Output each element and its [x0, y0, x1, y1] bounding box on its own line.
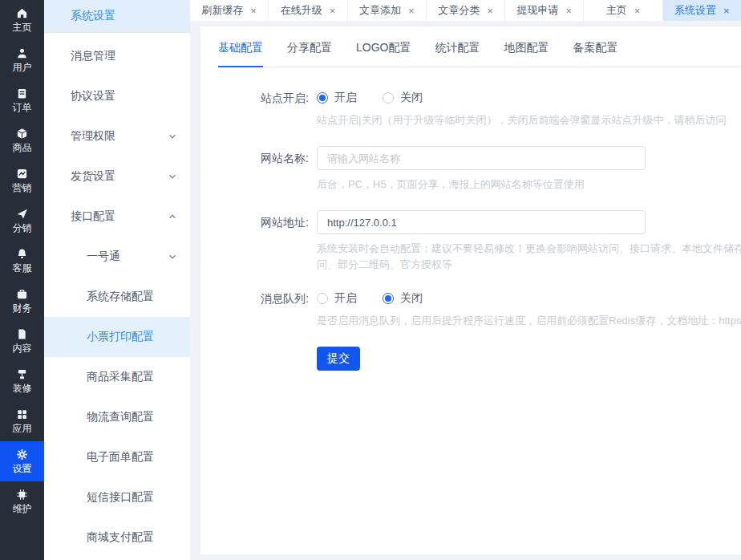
radio-option-关闭[interactable]: 关闭 [383, 91, 423, 105]
site-name-help: 后台，PC，H5，页面分享，海报上的网站名称等位置使用 [317, 177, 741, 193]
config-tab-map[interactable]: 地图配置 [504, 41, 549, 67]
page-tab-article-add[interactable]: 文章添加× [348, 0, 427, 21]
submenu-item-agreement-settings[interactable]: 协议设置 [44, 76, 190, 116]
submenu-item-label: 物流查询配置 [87, 410, 154, 424]
sidebar-item-apps[interactable]: 应用 [0, 401, 44, 441]
order-icon [16, 87, 28, 99]
close-icon[interactable]: × [634, 6, 641, 16]
config-tab-share[interactable]: 分享配置 [287, 41, 332, 67]
sidebar-item-label: 装修 [13, 383, 32, 394]
submit-row: 提交 [218, 347, 741, 371]
submenu-item-admin-permission[interactable]: 管理权限 [44, 116, 190, 156]
site-name-row: 网站名称: 后台，PC，H5，页面分享，海报上的网站名称等位置使用 [218, 146, 741, 193]
chevron-down-icon [168, 132, 177, 141]
site-name-input[interactable] [317, 146, 646, 170]
sidebar-item-goods[interactable]: 商品 [0, 120, 44, 160]
site-open-radio-group: 开启关闭 [317, 90, 741, 106]
radio-option-label: 关闭 [400, 91, 423, 105]
dark-sidebar: 主页用户订单商品营销分销客服财务内容装修应用设置维护 [0, 0, 44, 560]
sidebar-item-decoration[interactable]: 装修 [0, 361, 44, 401]
site-url-input[interactable] [317, 210, 646, 234]
config-tabs: 基础配置分享配置LOGO配置统计配置地图配置备案配置 [218, 41, 741, 67]
site-url-row: 网站地址: 系统安装时会自动配置；建议不要轻易修改！更换会影响网站访问、接口请求… [218, 210, 741, 273]
submenu-item-label: 系统存储配置 [87, 290, 154, 304]
config-tab-basic[interactable]: 基础配置 [218, 41, 263, 67]
config-tab-label: 备案配置 [573, 41, 618, 54]
submenu-item-api-config[interactable]: 接口配置 [44, 197, 190, 237]
submenu-item-storage-config[interactable]: 系统存储配置 [44, 277, 190, 317]
message-queue-radio-group: 开启关闭 [317, 290, 741, 306]
submenu-item-label: 系统设置 [71, 9, 115, 23]
chip-icon [16, 489, 28, 501]
page-tab-system-settings[interactable]: 系统设置× [663, 0, 741, 21]
close-icon[interactable]: × [330, 6, 336, 16]
close-icon[interactable]: × [487, 6, 493, 16]
radio-option-开启[interactable]: 开启 [317, 291, 357, 306]
page-tab-label: 文章分类 [438, 3, 480, 18]
home-icon [16, 7, 28, 19]
submenu-item-electronic-sheet-config[interactable]: 电子面单配置 [44, 437, 190, 477]
page-tab-refresh-cache[interactable]: 刷新缓存× [190, 0, 269, 21]
page-tab-label: 提现申请 [516, 3, 558, 18]
message-queue-row: 消息队列: 开启关闭 是否启用消息队列，启用后提升程序运行速度，启用前必须配置R… [218, 290, 741, 329]
config-tab-label: 统计配置 [435, 41, 480, 54]
message-queue-label: 消息队列: [218, 290, 309, 329]
page-tab-online-upgrade[interactable]: 在线升级× [269, 0, 347, 21]
document-icon [16, 328, 28, 340]
sidebar-item-home[interactable]: 主页 [0, 0, 44, 40]
main-area: 刷新缓存×在线升级×文章添加×文章分类×提现申请×主页×系统设置× 基础配置分享… [190, 0, 741, 560]
submit-button[interactable]: 提交 [317, 347, 360, 371]
submenu-item-label: 小票打印配置 [87, 330, 154, 344]
submenu-item-mall-pay-config[interactable]: 商城支付配置 [44, 517, 190, 558]
sidebar-item-users[interactable]: 用户 [0, 40, 44, 80]
submenu-item-yihaotong[interactable]: 一号通 [44, 237, 190, 277]
submenu-item-label: 短信接口配置 [87, 490, 154, 505]
config-tab-icp[interactable]: 备案配置 [573, 41, 618, 67]
page-tab-article-category[interactable]: 文章分类× [427, 0, 505, 21]
page-tab-withdraw-apply[interactable]: 提现申请× [505, 0, 584, 21]
submenu-item-label: 管理权限 [71, 129, 115, 144]
sidebar-item-finance[interactable]: 财务 [0, 281, 44, 321]
sidebar-item-label: 客服 [13, 262, 32, 274]
marketing-chart-icon [16, 168, 28, 180]
sidebar-item-label: 用户 [13, 62, 32, 73]
radio-unchecked-icon [383, 92, 394, 103]
sidebar-item-label: 内容 [13, 343, 32, 354]
sidebar-item-service[interactable]: 客服 [0, 241, 44, 281]
sidebar-item-distribution[interactable]: 分销 [0, 201, 44, 241]
submenu-item-receipt-print-config[interactable]: 小票打印配置 [44, 317, 190, 357]
config-tab-statistics[interactable]: 统计配置 [435, 41, 480, 67]
submenu-item-label: 协议设置 [71, 89, 115, 103]
page-tab-label: 主页 [606, 3, 627, 18]
briefcase-icon [16, 288, 28, 300]
goods-icon [16, 128, 28, 140]
sidebar-item-maintenance[interactable]: 维护 [0, 481, 44, 521]
close-icon[interactable]: × [250, 6, 257, 16]
radio-option-开启[interactable]: 开启 [317, 91, 357, 105]
sidebar-item-settings[interactable]: 设置 [0, 441, 44, 481]
submenu-item-logistics-query-config[interactable]: 物流查询配置 [44, 397, 190, 437]
sidebar-item-content[interactable]: 内容 [0, 321, 44, 361]
radio-option-label: 开启 [334, 291, 357, 306]
close-icon[interactable]: × [408, 6, 415, 16]
radio-option-label: 开启 [334, 91, 357, 105]
grid-icon [16, 408, 28, 420]
config-tab-logo[interactable]: LOGO配置 [356, 41, 411, 67]
page-tab-home[interactable]: 主页× [584, 0, 662, 21]
sidebar-item-label: 订单 [13, 102, 32, 113]
submenu-item-message-manage[interactable]: 消息管理 [44, 36, 190, 76]
sidebar-item-label: 商品 [13, 142, 32, 153]
close-icon[interactable]: × [723, 6, 730, 16]
close-icon[interactable]: × [565, 6, 572, 16]
submenu-item-system-settings[interactable]: 系统设置 [44, 0, 190, 32]
sidebar-item-marketing[interactable]: 营销 [0, 160, 44, 201]
submenu-item-delivery-settings[interactable]: 发货设置 [44, 156, 190, 197]
submenu-item-goods-collect-config[interactable]: 商品采集配置 [44, 357, 190, 397]
sidebar-item-orders[interactable]: 订单 [0, 80, 44, 120]
site-open-help: 站点开启|关闭（用于升级等临时关闭），关闭后前端会弹窗显示站点升级中，请稍后访问 [317, 112, 741, 128]
radio-option-关闭[interactable]: 关闭 [383, 291, 423, 306]
sidebar-item-label: 分销 [13, 222, 32, 233]
submenu-item-sms-api-config[interactable]: 短信接口配置 [44, 477, 190, 517]
radio-unchecked-icon [317, 293, 328, 304]
settings-card: 基础配置分享配置LOGO配置统计配置地图配置备案配置 站点开启: 开启关闭 站点… [200, 26, 741, 554]
